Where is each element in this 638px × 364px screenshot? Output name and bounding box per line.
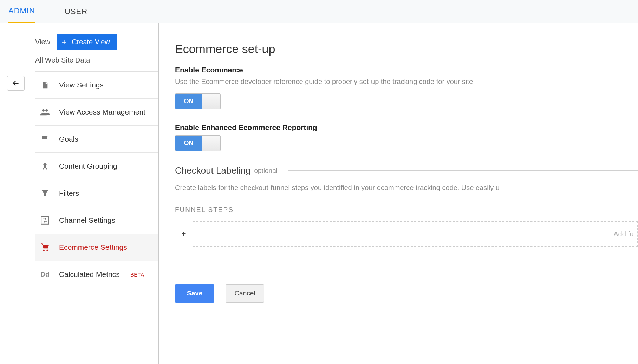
tab-user[interactable]: USER	[65, 0, 87, 23]
enable-ecommerce-desc: Use the Ecommerce developer reference gu…	[175, 78, 638, 86]
toggle-on-label: ON	[175, 136, 202, 151]
funnel-row: + Add fu	[175, 221, 638, 247]
sidebar-item-view-access[interactable]: View Access Management	[35, 99, 158, 126]
channel-icon	[40, 215, 50, 225]
add-funnel-step-box[interactable]: Add fu	[193, 221, 638, 247]
sidebar-item-label: View Settings	[59, 81, 104, 89]
svg-point-0	[42, 109, 45, 112]
top-tabs: ADMIN USER	[0, 0, 638, 23]
enhanced-toggle[interactable]: ON	[175, 135, 221, 151]
sidebar-item-label: Calculated Metrics	[59, 270, 120, 279]
sidebar-item-goals[interactable]: Goals	[35, 126, 158, 153]
enhanced-heading: Enable Enhanced Ecommerce Reporting	[175, 123, 638, 132]
checkout-desc: Create labels for the checkout-funnel st…	[175, 184, 638, 192]
svg-rect-2	[41, 216, 49, 224]
svg-point-1	[45, 109, 48, 112]
sidebar-item-ecommerce-settings[interactable]: Ecommerce Settings	[35, 234, 158, 261]
heading-line	[288, 170, 638, 171]
sidebar-item-label: Goals	[59, 135, 78, 143]
add-funnel-step-button[interactable]: +	[175, 229, 193, 239]
heading-line	[241, 210, 638, 210]
funnel-heading-text: FUNNEL STEPS	[175, 206, 234, 214]
optional-label: optional	[254, 167, 278, 175]
back-button[interactable]	[7, 76, 25, 91]
toggle-handle	[202, 136, 220, 151]
svg-point-3	[43, 250, 45, 251]
toggle-handle	[202, 94, 220, 109]
plus-icon: +	[61, 37, 67, 46]
checkout-heading: Checkout Labeling optional	[175, 165, 638, 176]
save-button[interactable]: Save	[175, 284, 214, 303]
create-view-label: Create View	[72, 38, 110, 46]
view-header: View + Create View	[35, 34, 158, 50]
sidebar-item-label: Content Grouping	[59, 162, 117, 170]
page-icon	[40, 80, 50, 90]
enable-ecommerce-toggle[interactable]: ON	[175, 93, 221, 109]
flag-icon	[40, 134, 50, 144]
toggle-on-label: ON	[175, 94, 202, 109]
view-label: View	[35, 38, 50, 46]
cancel-button[interactable]: Cancel	[226, 284, 264, 303]
divider	[175, 269, 638, 269]
content-area: Ecommerce set-up Enable Ecommerce Use th…	[160, 23, 638, 364]
sidebar-item-calculated-metrics[interactable]: Dd Calculated Metrics BETA	[35, 261, 158, 288]
sidebar-item-label: Channel Settings	[59, 216, 115, 225]
sidebar-item-label: View Access Management	[59, 108, 145, 116]
arrow-left-icon	[11, 79, 20, 88]
page-title: Ecommerce set-up	[175, 42, 638, 56]
add-funnel-label: Add fu	[613, 230, 634, 238]
sidebar-item-content-grouping[interactable]: Content Grouping	[35, 153, 158, 180]
beta-badge: BETA	[130, 272, 144, 278]
merge-icon	[40, 161, 50, 171]
funnel-icon	[40, 188, 50, 198]
sidebar-item-view-settings[interactable]: View Settings	[35, 72, 158, 99]
sidebar-item-label: Ecommerce Settings	[59, 243, 127, 252]
actions: Save Cancel	[175, 284, 638, 303]
create-view-button[interactable]: + Create View	[57, 34, 117, 50]
view-subtitle[interactable]: All Web Site Data	[35, 56, 158, 64]
sidebar: View + Create View All Web Site Data Vie…	[2, 23, 160, 364]
tab-admin[interactable]: ADMIN	[8, 0, 35, 23]
people-icon	[40, 107, 50, 117]
sidebar-item-channel-settings[interactable]: Channel Settings	[35, 207, 158, 234]
funnel-heading: FUNNEL STEPS	[175, 206, 638, 214]
sidebar-item-label: Filters	[59, 189, 79, 197]
checkout-heading-text: Checkout Labeling	[175, 165, 250, 176]
cart-icon	[40, 242, 50, 252]
sidebar-item-filters[interactable]: Filters	[35, 180, 158, 207]
svg-point-4	[46, 250, 48, 251]
dd-icon: Dd	[40, 269, 50, 279]
enable-ecommerce-heading: Enable Ecommerce	[175, 66, 638, 74]
vertical-line	[17, 23, 17, 364]
